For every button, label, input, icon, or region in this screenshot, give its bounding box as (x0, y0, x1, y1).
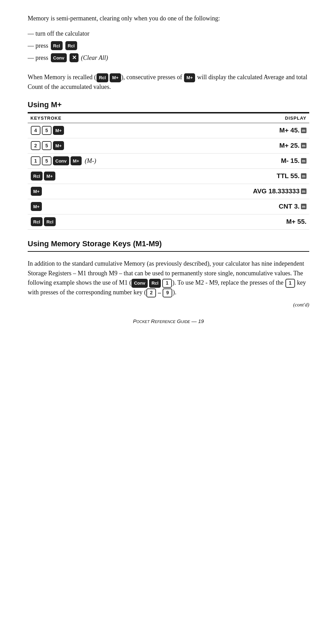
display-val-2: M+ 25. (279, 142, 300, 149)
display-m-indicator-5: m (301, 188, 306, 194)
mplus-key-inline: M+ (184, 73, 195, 82)
key-5b: 5 (42, 141, 52, 150)
recall-part2: ), consecutive presses of (121, 74, 184, 81)
rcl-key-recall: Rcl (97, 73, 108, 82)
key-2-9-group: 2–9 (146, 288, 173, 298)
key-2: 2 (31, 141, 40, 150)
col-keystroke: KEYSTROKE (30, 116, 62, 121)
section-divider-2 (28, 251, 309, 252)
keystroke-cell-6: M+ (30, 202, 42, 211)
table-row: 2 5 M+ M+ 25. m (28, 138, 309, 154)
conv-key-1: Conv (51, 53, 67, 62)
cont-text: (cont'd) (28, 302, 309, 308)
bullet3-line: — press Conv ✕ (Clear All) (28, 53, 309, 63)
key-rcl-7a: Rcl (31, 217, 43, 226)
key-conv-3: Conv (53, 156, 69, 165)
key-5c: 5 (42, 156, 52, 165)
key-mplus: M+ (53, 126, 64, 135)
table-row: Rcl M+ TTL 55. m (28, 169, 309, 184)
bullet2-prefix: — press (28, 41, 48, 50)
display-m-indicator-6: m (301, 204, 306, 209)
rcl-key-2: Rcl (65, 41, 77, 50)
bullet1-text: — turn off the calculator (28, 29, 90, 38)
table-row: 1 5 Conv M+ (M-) M- 15. m (28, 154, 309, 169)
key-rcl-4: Rcl (31, 172, 43, 181)
display-val-5: AVG 18.333333 (253, 187, 300, 195)
mplus-key-recall: M+ (110, 73, 121, 82)
table-row: M+ CNT 3. m (28, 199, 309, 214)
storage-text-2: ). To use M2 - M9, replace the presses o… (172, 279, 285, 286)
x-key: ✕ (70, 53, 79, 62)
display-cell-7: M+ 55. (286, 218, 306, 226)
display-val-3: M- 15. (281, 157, 300, 165)
key-4: 4 (31, 126, 40, 135)
display-cell-6: CNT 3. m (279, 203, 306, 210)
bullet2-line: — press Rcl Rcl (28, 41, 309, 50)
bullet3-prefix: — press (28, 53, 48, 63)
storage-text-4: ). (173, 289, 176, 296)
using-storage-heading: Using Memory Storage Keys (M1-M9) (28, 239, 309, 248)
clear-all-text: (Clear All) (81, 53, 108, 63)
key-1-replace: 1 (285, 279, 295, 288)
keystroke-cell-5: M+ (30, 187, 42, 196)
table-row: Rcl Rcl M+ 55. (28, 214, 309, 230)
intro-para1: Memory is semi-permanent, clearing only … (28, 14, 309, 24)
recall-part1: When Memory is recalled ( (28, 74, 96, 81)
using-mplus-heading: Using M+ (28, 100, 309, 109)
col-display: DISPLAY (285, 116, 306, 121)
display-val-4: TTL 55. (277, 172, 300, 180)
display-cell-1: M+ 45. m (279, 127, 306, 134)
display-val-1: M+ 45. (279, 127, 300, 134)
intro-text1: Memory is semi-permanent, clearing only … (28, 15, 220, 22)
key-9-s: 9 (163, 288, 172, 297)
keystroke-cell-1: 4 5 M+ (30, 126, 64, 135)
key-mplus-5: M+ (31, 187, 42, 196)
m-minus-label: (M-) (85, 157, 96, 165)
key-mplus-2: M+ (53, 141, 64, 150)
bullet1-line: — turn off the calculator (28, 29, 309, 38)
display-m-indicator-2: m (301, 143, 306, 148)
display-m-indicator-1: m (301, 128, 306, 133)
key-rcl-s: Rcl (149, 279, 161, 288)
display-cell-3: M- 15. m (281, 157, 306, 165)
storage-para: In addition to the standard cumulative M… (28, 259, 309, 298)
keystroke-cell-4: Rcl M+ (30, 172, 56, 181)
key-1-s: 1 (162, 279, 172, 288)
table-header: KEYSTROKE DISPLAY (28, 113, 309, 123)
keystroke-cell-3: 1 5 Conv M+ (M-) (30, 156, 96, 165)
display-m-indicator-4: m (301, 173, 306, 179)
display-cell-2: M+ 25. m (279, 142, 306, 149)
storage-keys-group: ConvRcl1 (131, 279, 172, 288)
key-2-s: 2 (146, 288, 156, 297)
display-m-indicator-3: m (301, 158, 306, 164)
key-conv-s: Conv (131, 279, 148, 288)
display-cell-4: TTL 55. m (277, 172, 306, 180)
rcl-key-1: Rcl (51, 41, 63, 50)
table-row: M+ AVG 18.333333 m (28, 184, 309, 199)
recall-keys: RclM+ (96, 73, 121, 82)
footer-label: Pocket Reference Guide — 19 (133, 318, 204, 324)
display-val-7: M+ 55. (286, 218, 306, 226)
keystroke-cell-2: 2 5 M+ (30, 141, 64, 150)
key-mplus-4: M+ (44, 172, 55, 181)
key-mplus-3: M+ (71, 156, 82, 165)
key-mplus-6: M+ (31, 202, 42, 211)
footer: Pocket Reference Guide — 19 (28, 318, 309, 324)
keystroke-cell-7: Rcl Rcl (30, 217, 56, 226)
page-content: Memory is semi-permanent, clearing only … (28, 14, 309, 324)
display-cell-5: AVG 18.333333 m (253, 187, 306, 195)
key-rcl-7b: Rcl (44, 217, 56, 226)
display-val-6: CNT 3. (279, 203, 300, 210)
recall-para: When Memory is recalled (RclM+), consecu… (28, 73, 309, 92)
key-1: 1 (31, 156, 40, 165)
key-5: 5 (42, 126, 52, 135)
key-dash: – (158, 288, 161, 298)
table-row: 4 5 M+ M+ 45. m (28, 123, 309, 138)
